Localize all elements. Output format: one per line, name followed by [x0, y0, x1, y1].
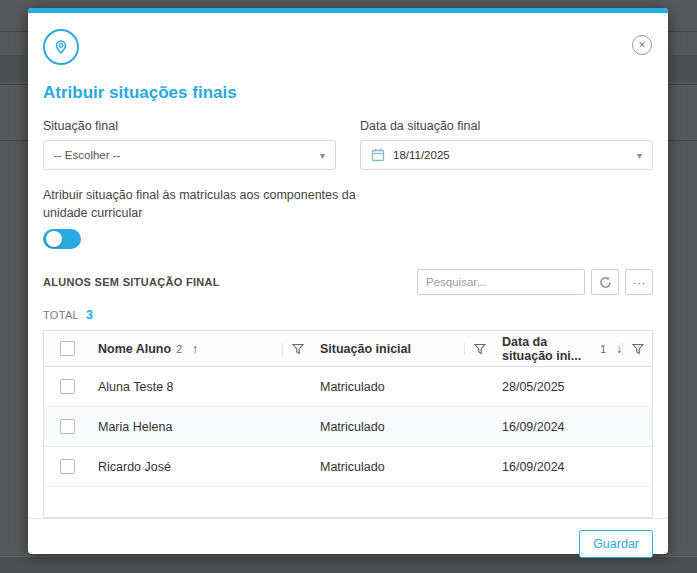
save-button[interactable]: Guardar [579, 530, 653, 558]
modal-footer: Guardar [28, 518, 668, 568]
table-row[interactable]: Maria Helena Matriculado 16/09/2024 [44, 407, 652, 447]
table-header-row: Nome Aluno 2 ↑ Situação inicial [44, 331, 652, 367]
row-checkbox[interactable] [60, 379, 75, 394]
final-situation-field: Situação final -- Escolher -- ▾ [43, 119, 336, 170]
sort-order-badge: 2 [176, 343, 182, 355]
toggle-description: Atribuir situação final às matriculas ao… [43, 186, 391, 222]
search-input[interactable] [417, 269, 585, 295]
apply-to-components-toggle[interactable] [43, 229, 81, 249]
list-controls: ··· [417, 269, 653, 295]
filter-icon[interactable] [282, 343, 304, 355]
header-status-cell[interactable]: Situação inicial [312, 342, 494, 356]
row-checkbox[interactable] [60, 459, 75, 474]
student-date: 16/09/2024 [494, 460, 652, 474]
chevron-down-icon: ▾ [637, 150, 642, 161]
header-checkbox-cell [44, 341, 90, 356]
final-situation-date-value: 18/11/2025 [393, 149, 637, 161]
chevron-down-icon: ▾ [320, 150, 325, 161]
select-all-checkbox[interactable] [60, 341, 75, 356]
final-situation-value: -- Escolher -- [54, 149, 320, 161]
calendar-icon [371, 148, 385, 162]
sort-asc-icon[interactable]: ↑ [192, 342, 198, 356]
assign-final-situations-modal: × Atribuir situações finais Situação fin… [28, 8, 668, 554]
more-options-button[interactable]: ··· [625, 269, 653, 295]
close-button[interactable]: × [632, 35, 652, 55]
header-date-cell[interactable]: Data da situação ini... 1 ↓ [494, 335, 652, 363]
column-label-name: Nome Aluno [98, 342, 171, 356]
situations-icon [43, 29, 79, 65]
modal-title: Atribuir situações finais [43, 83, 653, 103]
final-situation-date-label: Data da situação final [360, 119, 653, 133]
filter-icon[interactable] [464, 343, 486, 355]
toggle-knob [46, 231, 62, 247]
filter-icon[interactable] [622, 343, 644, 355]
refresh-button[interactable] [591, 269, 619, 295]
modal-content: × Atribuir situações finais Situação fin… [28, 13, 668, 518]
student-status: Matriculado [312, 420, 494, 434]
student-date: 28/05/2025 [494, 380, 652, 394]
students-table: Nome Aluno 2 ↑ Situação inicial [43, 330, 653, 518]
student-name: Maria Helena [90, 420, 312, 434]
total-value: 3 [86, 308, 93, 322]
student-date: 16/09/2024 [494, 420, 652, 434]
final-situation-date-picker[interactable]: 18/11/2025 ▾ [360, 140, 653, 170]
table-row[interactable]: Ricardo José Matriculado 16/09/2024 [44, 447, 652, 487]
student-status: Matriculado [312, 380, 494, 394]
student-name: Ricardo José [90, 460, 312, 474]
final-situation-label: Situação final [43, 119, 336, 133]
students-section-title: ALUNOS SEM SITUAÇÃO FINAL [43, 276, 220, 288]
header-name-cell[interactable]: Nome Aluno 2 ↑ [90, 342, 312, 356]
form-row: Situação final -- Escolher -- ▾ Data da … [43, 119, 653, 170]
final-situation-date-field: Data da situação final 18/11/2025 ▾ [360, 119, 653, 170]
sort-order-badge: 1 [600, 343, 606, 355]
row-checkbox[interactable] [60, 419, 75, 434]
students-section-header: ALUNOS SEM SITUAÇÃO FINAL ··· [43, 269, 653, 295]
column-label-status: Situação inicial [320, 342, 411, 356]
total-row: TOTAL 3 [43, 308, 653, 322]
student-name: Aluna Teste 8 [90, 380, 312, 394]
column-label-date: Data da situação ini... [502, 335, 595, 363]
student-status: Matriculado [312, 460, 494, 474]
table-row[interactable]: Aluna Teste 8 Matriculado 28/05/2025 [44, 367, 652, 407]
total-label: TOTAL [43, 309, 79, 321]
final-situation-select[interactable]: -- Escolher -- ▾ [43, 140, 336, 170]
